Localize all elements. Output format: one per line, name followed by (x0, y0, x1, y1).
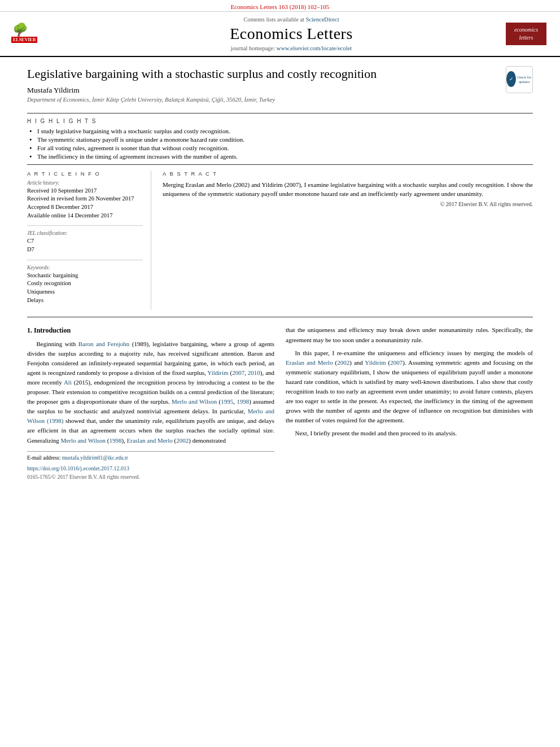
baron-ferejohn-ref[interactable]: Baron and Ferejohn (78, 340, 130, 347)
title-divider (27, 113, 533, 113)
check-updates-text: Check for updates (516, 75, 532, 84)
accepted-date: Accepted 8 December 2017 (27, 203, 143, 212)
publisher-logo-area: 🌳 ELSEVIER (11, 16, 79, 51)
yildirim-2010-ref[interactable]: 2010 (248, 369, 260, 376)
doi-line: https://doi.org/10.1016/j.econlet.2017.1… (27, 464, 274, 473)
col2-paragraph-2: In this paper, I re-examine the uniquene… (286, 348, 533, 425)
highlight-item-1: I study legislative bargaining with a st… (29, 128, 533, 134)
eraslan-merlo-2002-col2-ref[interactable]: 2002 (337, 359, 349, 366)
main-body: 1. Introduction Beginning with Baron and… (27, 325, 533, 504)
journal-citation-text: Economics Letters 163 (2018) 102–105 (231, 3, 330, 10)
info-area: A R T I C L E I N F O Article history: R… (27, 171, 533, 311)
highlight-item-4: The inefficiency in the timing of agreem… (29, 153, 533, 160)
abstract-column: A B S T R A C T Merging Eraslan and Merl… (163, 171, 533, 311)
merlo-wilson-gen-ref[interactable]: Merlo and Wilson (61, 437, 106, 444)
homepage-prefix: journal homepage: (231, 45, 277, 51)
page: Economics Letters 163 (2018) 102–105 🌳 E… (0, 0, 560, 747)
author-name: Mustafa Yildirim (27, 86, 497, 95)
article-title: Legislative bargaining with a stochastic… (27, 66, 497, 82)
article-title-author-block: Legislative bargaining with a stochastic… (27, 66, 497, 108)
email-link[interactable]: mustafa.yildirim01@ikc.edu.tr (62, 455, 128, 461)
article-history-section: Article history: Received 10 September 2… (27, 180, 143, 220)
info-divider-1 (27, 225, 143, 226)
merlo-wilson-1998-3-ref[interactable]: 1998 (109, 437, 121, 444)
article-area: Legislative bargaining with a stochastic… (0, 57, 560, 504)
economics-letters-badge: economics letters (506, 23, 546, 45)
article-title-section: Legislative bargaining with a stochastic… (27, 66, 533, 108)
abstract-text: Merging Eraslan and Merlo (2002) and Yil… (163, 180, 533, 199)
highlights-label: H I G H L I G H T S (27, 118, 533, 124)
contents-available-line: Contents lists available at ScienceDirec… (85, 16, 498, 23)
badge-line2: letters (519, 34, 533, 41)
merlo-wilson-ref[interactable]: Merlo and Wilson (172, 398, 217, 405)
article-info-column: A R T I C L E I N F O Article history: R… (27, 171, 151, 311)
article-history-label: Article history: (27, 180, 143, 186)
sciencedirect-link[interactable]: ScienceDirect (306, 16, 339, 23)
keywords-values: Stochastic bargaining Costly recognition… (27, 272, 143, 305)
merlo-wilson-1995-ref[interactable]: 1995 (221, 398, 233, 405)
journal-homepage-line: journal homepage: www.elsevier.com/locat… (85, 45, 498, 51)
eraslan-merlo-2002-ref[interactable]: 2002 (176, 437, 189, 444)
issn-line: 0165-1765/© 2017 Elsevier B.V. All right… (27, 473, 274, 482)
abstract-paragraph: Merging Eraslan and Merlo (2002) and Yil… (163, 180, 533, 199)
ali-ref[interactable]: Ali (64, 379, 72, 386)
journal-badge-area: economics letters (504, 16, 549, 51)
revised-date: Received in revised form 26 November 201… (27, 195, 143, 203)
highlights-divider (27, 164, 533, 165)
abstract-label: A B S T R A C T (163, 171, 533, 177)
highlight-item-2: The symmetric stationary payoff is uniqu… (29, 136, 533, 143)
yildirim-ref[interactable]: Yildirim (207, 369, 228, 376)
main-col-right: that the uniqueness and efficiency may b… (286, 325, 533, 481)
elsevier-label: ELSEVIER (11, 37, 37, 43)
jel-codes: C7 D7 (27, 237, 143, 254)
received-date: Received 10 September 2017 (27, 187, 143, 195)
yildirim-col2-ref[interactable]: Yildirim (365, 359, 386, 366)
journal-citation-banner: Economics Letters 163 (2018) 102–105 (0, 0, 560, 12)
affiliation: Department of Economics, İzmir Kâtip Çel… (27, 97, 497, 103)
info-divider-2 (27, 260, 143, 260)
available-date: Available online 14 December 2017 (27, 212, 143, 220)
email-label: E-mail address: (27, 455, 62, 461)
email-footnote: E-mail address: mustafa.yildirim01@ikc.e… (27, 454, 274, 462)
eraslan-merlo-ref[interactable]: Eraslan and Merlo (127, 437, 173, 444)
badge-line1: economics (514, 27, 538, 33)
footnote-area: E-mail address: mustafa.yildirim01@ikc.e… (27, 451, 274, 462)
journal-header-center: Contents lists available at ScienceDirec… (79, 16, 504, 51)
doi-link[interactable]: https://doi.org/10.1016/j.econlet.2017.1… (27, 465, 129, 471)
eraslan-merlo-col2-ref[interactable]: Eraslan and Merlo (286, 359, 333, 366)
merlo-wilson-1998-ref[interactable]: 1998 (237, 398, 249, 405)
keywords-label: Keywords: (27, 265, 143, 270)
jel-section: JEL classification: C7 D7 (27, 230, 143, 254)
elsevier-logo: 🌳 ELSEVIER (11, 24, 37, 45)
merlo-wilson-1998-2-ref[interactable]: Merlo and Wilson (1998) (27, 408, 274, 424)
intro-paragraph-1: Beginning with Baron and Ferejohn (1989)… (27, 339, 274, 445)
col2-paragraph-1: that the uniqueness and efficiency may b… (286, 325, 533, 344)
check-updates-icon: ✓ (506, 71, 516, 87)
yildirim-2007-ref[interactable]: 2007 (232, 369, 244, 376)
check-updates-badge: ✓ Check for updates (506, 66, 533, 93)
yildirim-2007-col2-ref[interactable]: 2007 (390, 359, 403, 366)
abstract-divider (27, 317, 533, 317)
main-col-left: 1. Introduction Beginning with Baron and… (27, 325, 274, 481)
copyright-line: © 2017 Elsevier B.V. All rights reserved… (163, 201, 533, 207)
elsevier-tree-icon: 🌳 (11, 24, 37, 36)
introduction-heading: 1. Introduction (27, 325, 274, 336)
highlights-section: H I G H L I G H T S I study legislative … (27, 118, 533, 160)
highlights-list: I study legislative bargaining with a st… (27, 128, 533, 160)
col2-paragraph-3: Next, I briefly present the model and th… (286, 429, 533, 438)
journal-homepage-link[interactable]: www.elsevier.com/locate/ecolet (277, 45, 352, 51)
contents-prefix: Contents lists available at (243, 16, 305, 23)
jel-label: JEL classification: (27, 230, 143, 236)
article-info-label: A R T I C L E I N F O (27, 171, 143, 177)
journal-header: 🌳 ELSEVIER Contents lists available at S… (0, 12, 560, 57)
highlight-item-3: For all voting rules, agreement is soone… (29, 145, 533, 151)
journal-title: Economics Letters (85, 25, 498, 43)
keywords-section: Keywords: Stochastic bargaining Costly r… (27, 265, 143, 305)
